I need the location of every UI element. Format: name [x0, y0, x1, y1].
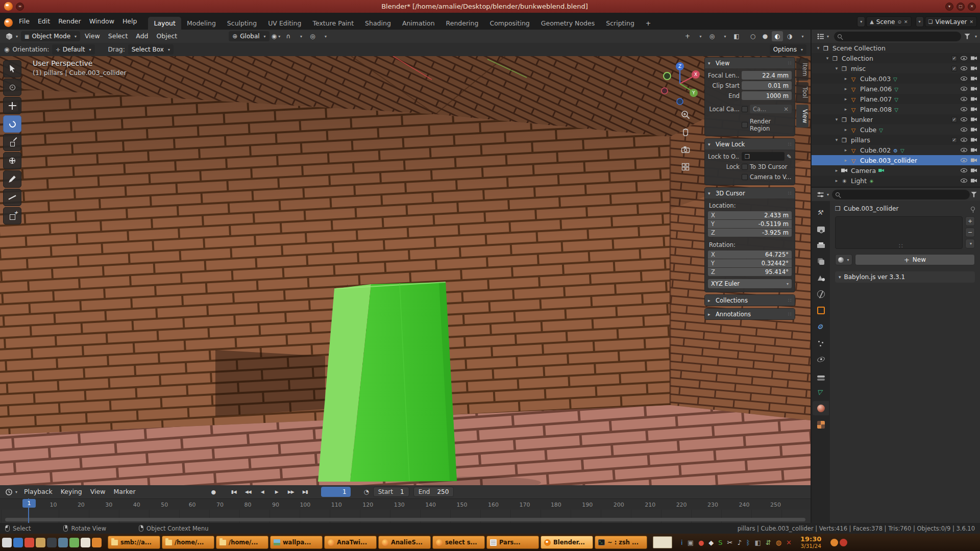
tray-icon[interactable]: ●: [698, 539, 704, 546]
launcher-icon[interactable]: [2, 538, 12, 547]
new-material-button[interactable]: +New: [855, 254, 975, 265]
launcher-icon[interactable]: [13, 538, 23, 547]
taskbar-window-button[interactable]: ~ : zsh ...: [595, 536, 647, 549]
workspace-tab[interactable]: Shading: [359, 17, 397, 30]
pin-icon[interactable]: [971, 207, 975, 211]
measure-tool[interactable]: [3, 189, 21, 206]
breadcrumb-object-name[interactable]: Cube.003_collider: [844, 205, 899, 212]
expand-arrow-icon[interactable]: ▸: [842, 96, 849, 102]
taskbar-window-button[interactable]: /home/...: [162, 536, 214, 549]
modifier-properties-tab[interactable]: [813, 319, 829, 334]
gizmo-neg-x-ball[interactable]: [662, 88, 668, 94]
tray-icon[interactable]: ᛒ: [746, 539, 750, 546]
disable-render-icon[interactable]: [971, 87, 977, 91]
render-region-checkbox[interactable]: [742, 122, 748, 128]
scene-unlink-icon[interactable]: ✕: [904, 19, 908, 24]
viewport-menu[interactable]: View: [81, 30, 104, 43]
output-properties-tab[interactable]: [813, 238, 829, 252]
menubar-menu[interactable]: Help: [118, 15, 141, 28]
drag-dropdown[interactable]: Select Box▾: [128, 44, 174, 55]
scene-browse-dropdown[interactable]: ▾: [857, 16, 865, 27]
panel-grip-icon[interactable]: ∷: [788, 141, 792, 147]
jump-to-end-button[interactable]: ▶▮: [299, 487, 312, 497]
exclude-checkbox[interactable]: ✓: [951, 117, 957, 122]
blender-logo-menu[interactable]: [4, 18, 13, 27]
outliner-row[interactable]: ▸ Plane.006 ✓: [812, 84, 980, 94]
object-properties-tab[interactable]: [813, 303, 829, 317]
workspace-tab[interactable]: Modeling: [181, 17, 222, 30]
taskbar-window-button[interactable]: AnalieS...: [378, 536, 431, 549]
clear-icon[interactable]: ✕: [783, 106, 789, 113]
gizmo-neg-z-ball[interactable]: [677, 98, 683, 105]
outliner-item-label[interactable]: Cube: [860, 126, 876, 134]
scene-properties-tab[interactable]: [813, 270, 829, 285]
disable-render-icon[interactable]: [971, 128, 977, 132]
play-reverse-button[interactable]: ◀: [256, 487, 269, 497]
transform-tool[interactable]: [3, 152, 21, 169]
expand-arrow-icon[interactable]: ▸: [842, 86, 849, 91]
hide-eye-icon[interactable]: [961, 56, 967, 60]
viewlayer-browse-dropdown[interactable]: ▾: [916, 16, 924, 27]
disable-render-icon[interactable]: [971, 77, 977, 81]
disable-render-icon[interactable]: [971, 56, 977, 61]
timeline-ruler[interactable]: 1102030405060708090100110120130140150160…: [0, 498, 811, 510]
preview-range-clock-icon[interactable]: ◔: [361, 487, 372, 497]
expand-arrow-icon[interactable]: ▸: [842, 158, 849, 163]
transform-orientation-dropdown[interactable]: ⊕ Global ▾: [229, 31, 269, 41]
remove-slot-button[interactable]: −: [965, 228, 975, 237]
editor-type-selector[interactable]: ▾: [3, 32, 20, 40]
pivot-point-dropdown[interactable]: ◉▾: [271, 31, 282, 41]
viewlayer-selector[interactable]: ❏ ViewLayer ✕: [925, 16, 977, 27]
options-dropdown[interactable]: Options▾: [770, 44, 806, 55]
render-properties-tab[interactable]: [813, 221, 829, 236]
expand-arrow-icon[interactable]: ▾: [815, 45, 822, 51]
workspace-tab[interactable]: Sculpting: [222, 17, 262, 30]
snap-magnet-icon[interactable]: ∩: [283, 31, 294, 41]
disable-render-icon[interactable]: [971, 148, 977, 153]
world-properties-tab[interactable]: [813, 287, 829, 301]
rendered-shading-button[interactable]: ◑: [784, 31, 795, 41]
cursor-tool[interactable]: [3, 79, 21, 96]
cursor-location-field[interactable]: Y-0.5119 m: [708, 220, 792, 228]
panel-grip-icon[interactable]: ∷: [788, 297, 792, 303]
outliner-item-label[interactable]: Camera: [851, 167, 876, 174]
maximize-button[interactable]: ▢: [957, 3, 965, 11]
timeline-menu[interactable]: Marker: [110, 485, 139, 498]
tray-icon[interactable]: ◍: [776, 539, 781, 546]
taskbar-window-button[interactable]: Blender...: [541, 536, 593, 549]
hide-eye-icon[interactable]: [961, 97, 967, 101]
cursor-location-field[interactable]: X2.433 m: [708, 211, 792, 219]
hide-eye-icon[interactable]: [961, 168, 967, 172]
data-properties-tab[interactable]: [813, 385, 829, 399]
taskbar-clock[interactable]: 19:30 3/31/24: [800, 536, 821, 549]
outliner-item-label[interactable]: bunker: [851, 116, 873, 123]
menubar-menu[interactable]: Render: [54, 15, 85, 28]
tray-icon[interactable]: ⇵: [766, 539, 771, 546]
cursor-rotation-field[interactable]: Y0.32442°: [708, 259, 792, 267]
menubar-menu[interactable]: Edit: [34, 15, 54, 28]
sidebar-tab[interactable]: Item: [796, 58, 808, 81]
constraints-properties-tab[interactable]: [813, 368, 829, 383]
viewport-menu[interactable]: Select: [105, 30, 132, 43]
hide-eye-icon[interactable]: [961, 66, 967, 70]
sidebar-tab[interactable]: Tool: [796, 82, 808, 103]
rotate-tool[interactable]: [3, 115, 21, 133]
outliner-row[interactable]: ▾ pillars ✓: [812, 135, 980, 145]
panel-grip-icon[interactable]: ∷: [788, 60, 792, 66]
outliner-item-label[interactable]: Plane.006: [860, 85, 892, 93]
shutdown-icon[interactable]: [840, 539, 847, 546]
expand-arrow-icon[interactable]: ▾: [833, 137, 840, 142]
hide-eye-icon[interactable]: [961, 77, 967, 81]
outliner-row[interactable]: ▸ Cube.002 ✓: [812, 145, 980, 155]
browse-material-dropdown[interactable]: ▾: [835, 254, 852, 265]
expand-arrow-icon[interactable]: ▸: [842, 107, 849, 112]
lock-object-field[interactable]: ❒: [742, 152, 785, 161]
viewport-canvas[interactable]: User Perspective (1) pillars | Cube.003_…: [0, 56, 811, 485]
end-frame-field[interactable]: End250: [413, 487, 454, 497]
workspace-pager[interactable]: [653, 536, 672, 548]
outliner-item-label[interactable]: Scene Collection: [832, 44, 886, 52]
3d-cursor-section-header[interactable]: ▾3D Cursor∷: [705, 188, 795, 198]
expand-arrow-icon[interactable]: ▾: [833, 66, 840, 71]
filter-dropdown[interactable]: ▾: [975, 34, 977, 39]
workspace-tab[interactable]: Animation: [397, 17, 440, 30]
